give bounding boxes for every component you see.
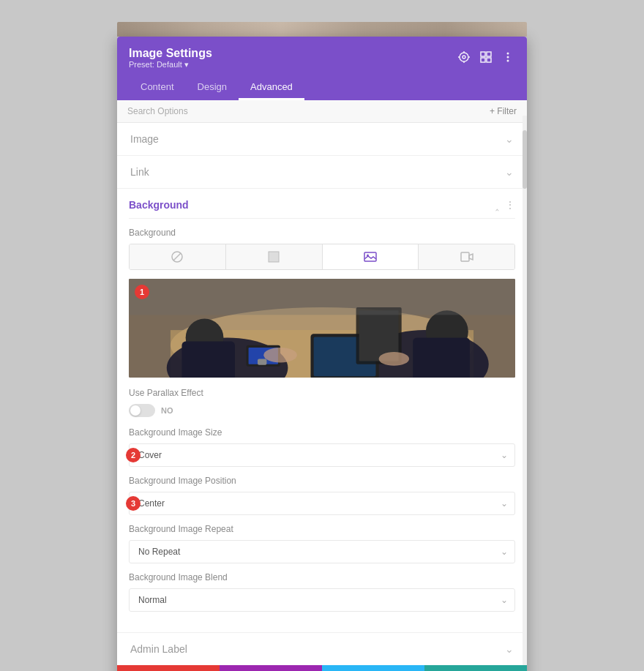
parallax-toggle-label: NO xyxy=(161,406,173,415)
grid-icon-btn[interactable] xyxy=(479,50,493,67)
bg-position-select[interactable]: Center Top Left Top Center Top Right Cen… xyxy=(129,492,515,515)
panel-icons xyxy=(457,50,515,67)
bg-tab-image[interactable] xyxy=(323,244,419,269)
admin-label-section-row[interactable]: Admin Label ⌄ xyxy=(117,632,527,665)
panel-header: Image Settings Preset: Default ▾ xyxy=(117,37,527,100)
svg-point-0 xyxy=(460,53,468,61)
svg-point-12 xyxy=(507,59,509,61)
bg-tab-none[interactable] xyxy=(130,244,226,269)
bg-position-label: Background Image Position xyxy=(129,476,515,486)
svg-rect-36 xyxy=(258,359,266,364)
bg-size-label: Background Image Size xyxy=(129,427,515,438)
bg-repeat-group: Background Image Repeat No Repeat Repeat… xyxy=(129,524,515,563)
bg-repeat-select-wrapper: No Repeat Repeat Repeat X Repeat Y ⌄ xyxy=(129,540,515,563)
svg-rect-6 xyxy=(481,52,485,56)
color-icon xyxy=(267,250,280,263)
action-bar: ✕ ↺ ↻ ✓ xyxy=(117,665,527,671)
svg-point-34 xyxy=(263,348,297,363)
badge-2: 2 xyxy=(126,448,141,462)
parallax-group: Use Parallax Effect NO xyxy=(129,388,515,417)
search-bar: Search Options + Filter xyxy=(117,100,527,123)
section-header-icons: ‸ ⋮ xyxy=(495,199,515,211)
bg-tab-color[interactable] xyxy=(226,244,323,269)
redo-button[interactable]: ↻ xyxy=(322,665,424,671)
bg-repeat-label: Background Image Repeat xyxy=(129,524,515,534)
scrollbar-thumb[interactable] xyxy=(523,130,527,189)
bg-type-tabs xyxy=(129,244,515,270)
scrollbar[interactable] xyxy=(523,116,527,665)
badge-3: 3 xyxy=(126,496,141,511)
bg-blend-select-wrapper: Normal Multiply Screen Overlay ⌄ xyxy=(129,588,515,612)
more-icon-btn[interactable] xyxy=(501,50,515,67)
none-icon xyxy=(171,250,184,263)
more-icon xyxy=(502,51,514,63)
svg-rect-27 xyxy=(413,337,470,378)
link-section-row[interactable]: Link ⌄ xyxy=(117,156,527,189)
svg-rect-8 xyxy=(481,58,485,62)
background-section-title: Background xyxy=(129,199,189,211)
toggle-row: NO xyxy=(129,404,515,417)
panel-title: Image Settings xyxy=(129,47,212,60)
admin-label-chevron-icon: ⌄ xyxy=(505,643,514,655)
bg-position-group: Background Image Position 3 Center Top L… xyxy=(129,476,515,515)
svg-rect-16 xyxy=(364,252,376,261)
panel-tabs: Content Design Advanced xyxy=(129,75,515,100)
svg-rect-15 xyxy=(269,252,279,262)
panel-preset[interactable]: Preset: Default ▾ xyxy=(129,60,212,70)
background-section-header: Background ‸ ⋮ xyxy=(129,189,515,219)
background-collapse-btn[interactable]: ‸ xyxy=(495,199,499,211)
bg-size-select[interactable]: Cover Contain Auto xyxy=(129,443,515,467)
admin-label-label: Admin Label xyxy=(130,643,187,655)
image-preview[interactable] xyxy=(129,279,515,378)
svg-point-1 xyxy=(463,56,465,59)
image-chevron-icon: ⌄ xyxy=(505,133,514,145)
filter-button[interactable]: + Filter xyxy=(490,106,517,116)
bg-size-group: Background Image Size 2 Cover Contain Au… xyxy=(129,427,515,467)
bg-size-select-wrapper: 2 Cover Contain Auto ⌄ xyxy=(129,443,515,467)
bg-blend-select[interactable]: Normal Multiply Screen Overlay xyxy=(129,588,515,612)
background-more-btn[interactable]: ⋮ xyxy=(505,199,515,211)
image-icon xyxy=(364,250,377,263)
preview-image xyxy=(129,279,515,378)
header-title-group: Image Settings Preset: Default ▾ xyxy=(129,47,212,70)
svg-rect-18 xyxy=(461,252,469,261)
image-section-label: Image xyxy=(130,133,159,145)
target-icon xyxy=(458,51,470,63)
video-icon xyxy=(460,250,473,263)
badge-1: 1 xyxy=(135,285,149,299)
svg-point-10 xyxy=(507,52,509,54)
tab-content[interactable]: Content xyxy=(129,75,186,100)
background-section: Background ‸ ⋮ Background xyxy=(117,189,527,632)
image-settings-panel: Image Settings Preset: Default ▾ xyxy=(117,37,527,671)
bg-position-select-wrapper: 3 Center Top Left Top Center Top Right C… xyxy=(129,492,515,515)
grid-icon xyxy=(480,51,492,63)
svg-line-14 xyxy=(173,253,181,260)
tab-design[interactable]: Design xyxy=(186,75,239,100)
svg-point-11 xyxy=(507,56,509,58)
target-icon-btn[interactable] xyxy=(457,50,471,67)
link-section-label: Link xyxy=(130,166,149,178)
tab-advanced[interactable]: Advanced xyxy=(239,75,304,100)
search-placeholder: Search Options xyxy=(127,106,188,116)
bg-tab-video[interactable] xyxy=(419,244,514,269)
svg-rect-7 xyxy=(487,52,491,56)
link-chevron-icon: ⌄ xyxy=(505,166,514,178)
bg-blend-label: Background Image Blend xyxy=(129,572,515,582)
background-field-label: Background xyxy=(129,228,515,238)
svg-point-35 xyxy=(379,352,409,366)
svg-rect-9 xyxy=(487,58,491,62)
bg-blend-group: Background Image Blend Normal Multiply S… xyxy=(129,572,515,612)
save-button[interactable]: ✓ xyxy=(424,665,527,671)
parallax-label: Use Parallax Effect xyxy=(129,388,515,398)
image-section-row[interactable]: Image ⌄ xyxy=(117,123,527,156)
svg-rect-37 xyxy=(129,279,515,315)
bg-repeat-select[interactable]: No Repeat Repeat Repeat X Repeat Y xyxy=(129,540,515,563)
svg-rect-24 xyxy=(181,342,234,378)
undo-button[interactable]: ↺ xyxy=(220,665,322,671)
cancel-button[interactable]: ✕ xyxy=(117,665,220,671)
image-preview-container: 1 xyxy=(129,279,515,378)
parallax-toggle[interactable] xyxy=(129,404,155,417)
